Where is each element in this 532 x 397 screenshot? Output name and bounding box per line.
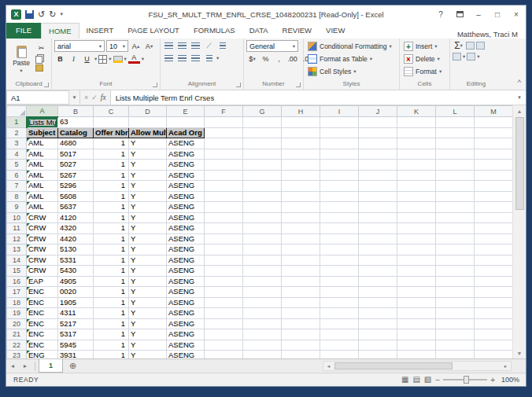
cell-C6[interactable]: 1 xyxy=(94,170,129,181)
cell-C4[interactable]: 1 xyxy=(94,149,129,160)
row-header-5[interactable]: 5 xyxy=(7,160,27,171)
cell-H6[interactable] xyxy=(282,170,320,181)
cell-E3[interactable]: ASENG xyxy=(167,138,205,149)
cell-F6[interactable] xyxy=(205,170,243,181)
cell-F1[interactable] xyxy=(205,117,243,128)
cell-K22[interactable] xyxy=(397,340,436,351)
cell-J6[interactable] xyxy=(359,170,397,181)
maximize-button[interactable]: □ xyxy=(488,6,507,22)
scroll-down-icon[interactable]: ▼ xyxy=(517,347,523,358)
cell-I4[interactable] xyxy=(320,149,359,160)
sort-filter-chevron-icon[interactable]: ▾ xyxy=(463,53,465,60)
cell-B13[interactable]: 5130 xyxy=(58,244,94,255)
cell-A6[interactable]: AML xyxy=(27,170,58,181)
cell-J5[interactable] xyxy=(359,160,397,171)
collapse-ribbon-icon[interactable]: ^ xyxy=(518,79,521,86)
cell-G5[interactable] xyxy=(243,160,282,171)
sheet-nav-prev-icon[interactable]: ◂ xyxy=(6,362,19,369)
cell-J7[interactable] xyxy=(359,181,397,192)
cell-D9[interactable]: Y xyxy=(129,202,167,213)
cell-F20[interactable] xyxy=(205,318,243,329)
cell-M20[interactable] xyxy=(475,318,513,329)
cell-E9[interactable]: ASENG xyxy=(167,202,205,213)
column-header-J[interactable]: J xyxy=(359,106,397,117)
name-box-chevron-icon[interactable]: ▾ xyxy=(69,90,80,105)
cell-A23[interactable]: ENG xyxy=(27,351,58,359)
paste-button[interactable]: Paste ▾ xyxy=(10,41,32,79)
cell-F19[interactable] xyxy=(205,308,243,319)
zoom-slider-thumb[interactable] xyxy=(464,376,469,384)
row-header-13[interactable]: 13 xyxy=(7,244,27,255)
cell-H8[interactable] xyxy=(282,191,320,202)
redo-icon[interactable]: ↻ xyxy=(49,10,56,19)
number-format-select[interactable]: General▾ xyxy=(246,40,298,52)
cell-D22[interactable]: Y xyxy=(129,340,167,351)
cell-B12[interactable]: 4420 xyxy=(58,233,94,244)
cell-G12[interactable] xyxy=(243,233,282,244)
cell-E10[interactable]: ASENG xyxy=(167,212,205,223)
cell-F7[interactable] xyxy=(205,181,243,192)
cell-B2[interactable]: Catalog xyxy=(58,127,94,138)
cell-G21[interactable] xyxy=(243,329,282,340)
format-painter-icon[interactable] xyxy=(35,64,43,72)
cell-B17[interactable]: 0020 xyxy=(58,287,94,298)
cell-G17[interactable] xyxy=(243,287,282,298)
cell-L19[interactable] xyxy=(436,308,475,319)
cell-C10[interactable]: 1 xyxy=(94,212,129,223)
cell-L22[interactable] xyxy=(436,340,475,351)
cell-K6[interactable] xyxy=(397,170,436,181)
cell-K18[interactable] xyxy=(397,297,436,308)
cell-I14[interactable] xyxy=(320,255,359,266)
cell-F13[interactable] xyxy=(205,244,243,255)
format-as-table-button[interactable]: Format as Table ▾ xyxy=(306,53,397,65)
zoom-out-icon[interactable]: − xyxy=(435,376,440,384)
cell-M21[interactable] xyxy=(475,329,513,340)
cell-I5[interactable] xyxy=(320,160,359,171)
cell-D11[interactable]: Y xyxy=(129,223,167,234)
cell-C20[interactable]: 1 xyxy=(94,318,129,329)
underline-chevron-icon[interactable]: ▾ xyxy=(94,56,97,62)
cell-M3[interactable] xyxy=(475,138,513,149)
cell-J21[interactable] xyxy=(359,329,397,340)
cell-J17[interactable] xyxy=(359,287,397,298)
cell-J11[interactable] xyxy=(359,223,397,234)
cell-C15[interactable]: 1 xyxy=(94,266,129,277)
column-header-E[interactable]: E xyxy=(167,106,205,117)
cell-M23[interactable] xyxy=(475,351,513,359)
cell-F4[interactable] xyxy=(205,149,243,160)
cell-J13[interactable] xyxy=(359,244,397,255)
row-header-15[interactable]: 15 xyxy=(7,266,27,277)
align-right-icon[interactable] xyxy=(190,53,201,64)
cell-J1[interactable] xyxy=(359,117,397,128)
column-header-D[interactable]: D xyxy=(129,106,167,117)
cell-A15[interactable]: CRW xyxy=(27,266,58,277)
cell-M10[interactable] xyxy=(475,212,513,223)
font-name-select[interactable]: arial▾ xyxy=(54,40,105,52)
column-header-H[interactable]: H xyxy=(282,106,320,117)
cell-C8[interactable]: 1 xyxy=(94,191,129,202)
row-header-4[interactable]: 4 xyxy=(7,149,27,160)
column-header-M[interactable]: M xyxy=(475,106,513,117)
align-center-icon[interactable] xyxy=(176,53,188,64)
orientation-icon[interactable]: ⟋ xyxy=(203,40,215,51)
cell-B20[interactable]: 5217 xyxy=(58,318,94,329)
view-page-break-icon[interactable]: ▧ xyxy=(424,376,431,384)
cell-E18[interactable]: ASENG xyxy=(167,297,205,308)
cell-H20[interactable] xyxy=(282,318,320,329)
cell-A20[interactable]: ENC xyxy=(27,318,58,329)
insert-function-icon[interactable]: fx xyxy=(101,94,106,101)
column-header-G[interactable]: G xyxy=(243,106,282,117)
cell-E8[interactable]: ASENG xyxy=(167,191,205,202)
cell-L16[interactable] xyxy=(436,276,475,287)
font-color-button[interactable]: A xyxy=(128,54,140,64)
column-header-K[interactable]: K xyxy=(397,106,436,117)
cell-L9[interactable] xyxy=(436,202,475,213)
cell-M5[interactable] xyxy=(475,160,513,171)
scroll-left-icon[interactable]: ◂ xyxy=(323,363,334,369)
cell-J14[interactable] xyxy=(359,255,397,266)
cell-K15[interactable] xyxy=(397,266,436,277)
cell-F2[interactable] xyxy=(205,127,243,138)
cell-D1[interactable] xyxy=(129,117,167,128)
cell-E13[interactable]: ASENG xyxy=(167,244,205,255)
formula-input[interactable]: Lists Multiple Term Enrl Crses xyxy=(111,90,513,105)
